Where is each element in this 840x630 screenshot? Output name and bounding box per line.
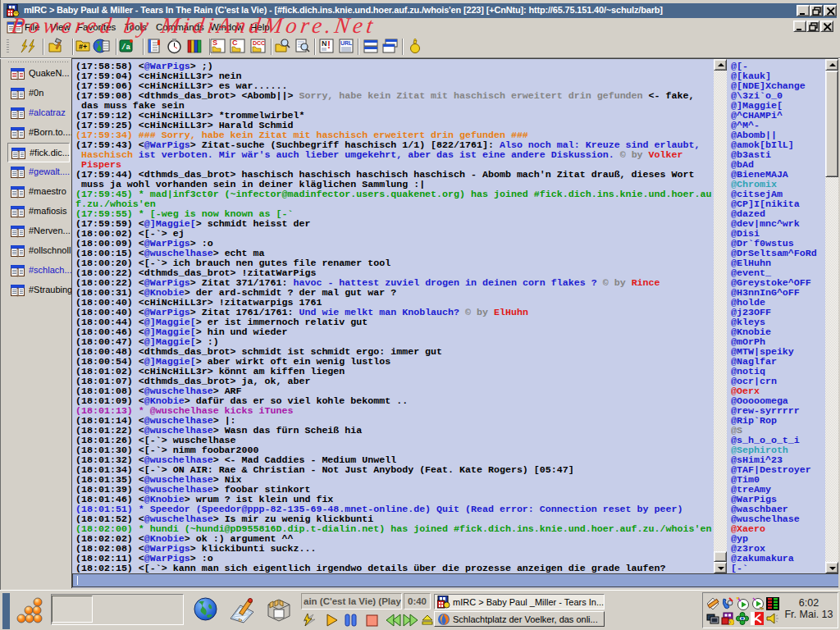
svg-text:C: C: [232, 39, 238, 47]
svg-text:#+: #+: [79, 43, 87, 51]
svg-text:S: S: [212, 39, 217, 47]
svg-text:!: !: [327, 39, 331, 51]
svg-text:N: N: [322, 39, 327, 48]
svg-text:DCC: DCC: [253, 40, 265, 46]
svg-text:URL: URL: [340, 40, 353, 46]
svg-text:/a: /a: [121, 43, 130, 52]
